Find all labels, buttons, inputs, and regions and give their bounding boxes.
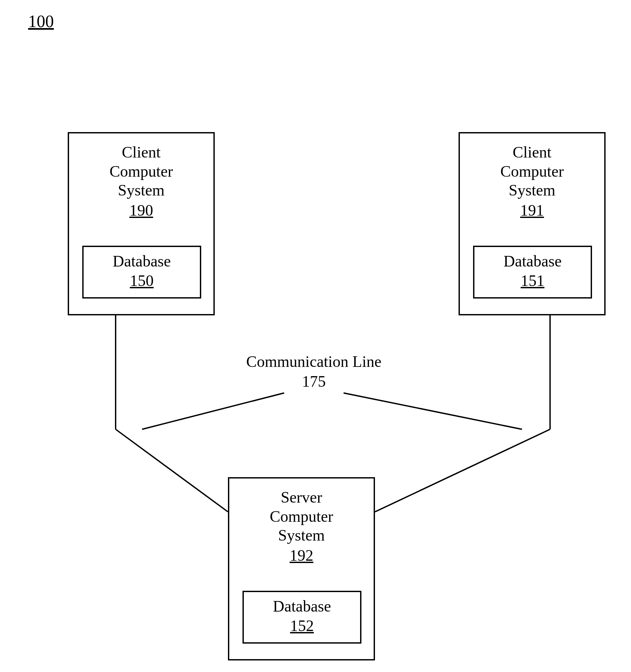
client2-box: Client Computer System 191 Database 151 — [459, 132, 606, 315]
client1-db-box: Database 150 — [82, 246, 201, 298]
client1-db-ref: 150 — [84, 271, 200, 290]
client1-title-line2: Computer — [110, 163, 173, 180]
server-db-ref: 152 — [244, 617, 360, 635]
server-title-line2: Computer — [270, 508, 333, 525]
client2-ref: 191 — [460, 201, 604, 219]
svg-line-1 — [116, 429, 228, 512]
client2-title: Client Computer System — [460, 143, 604, 200]
client2-db-ref: 151 — [474, 271, 591, 290]
client1-title: Client Computer System — [69, 143, 213, 200]
client1-db-label: Database — [84, 251, 200, 271]
client1-ref: 190 — [69, 201, 213, 219]
server-title: Server Computer System — [229, 488, 374, 545]
server-db-label: Database — [244, 597, 360, 616]
svg-line-4 — [142, 393, 284, 429]
figure-number: 100 — [28, 11, 54, 31]
communication-label: Communication Line 175 — [228, 352, 400, 391]
client2-db-box: Database 151 — [473, 246, 592, 298]
comm-label-text: Communication Line — [246, 353, 381, 370]
client1-title-line3: System — [118, 181, 165, 199]
server-title-line3: System — [278, 526, 325, 544]
client2-title-line3: System — [509, 181, 555, 199]
comm-label-ref: 175 — [302, 373, 326, 390]
client2-title-line1: Client — [513, 143, 552, 161]
svg-line-5 — [344, 393, 522, 429]
server-ref: 192 — [229, 546, 374, 565]
client2-db-label: Database — [474, 251, 591, 271]
client1-title-line1: Client — [122, 143, 161, 161]
server-box: Server Computer System 192 Database 152 — [228, 477, 375, 661]
client1-box: Client Computer System 190 Database 150 — [68, 132, 215, 315]
client2-title-line2: Computer — [500, 163, 564, 180]
server-db-box: Database 152 — [242, 591, 361, 644]
server-title-line1: Server — [281, 488, 322, 506]
svg-line-3 — [375, 429, 550, 512]
